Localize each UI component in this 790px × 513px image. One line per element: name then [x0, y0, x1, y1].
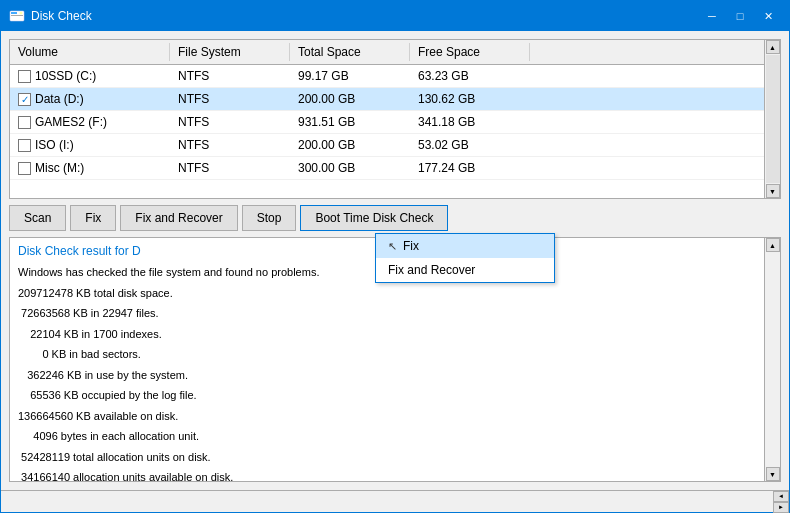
svg-rect-1: [11, 12, 17, 14]
header-total: Total Space: [290, 43, 410, 61]
cell-free-2: 341.18 GB: [410, 113, 530, 131]
result-content: Windows has checked the file system and …: [10, 260, 764, 481]
hscroll-right[interactable]: ►: [773, 502, 789, 513]
cell-volume-4: Misc (M:): [10, 159, 170, 177]
cell-volume-2: GAMES2 (F:): [10, 113, 170, 131]
window-controls: ─ □ ✕: [699, 6, 781, 26]
fix-button[interactable]: Fix: [70, 205, 116, 231]
cell-total-2: 931.51 GB: [290, 113, 410, 131]
cell-volume-0: 10SSD (C:): [10, 67, 170, 85]
svg-rect-2: [11, 15, 23, 16]
app-icon: [9, 8, 25, 24]
table-row[interactable]: ISO (I:) NTFS 200.00 GB 53.02 GB: [10, 134, 764, 157]
status-bar: ◄ ►: [1, 490, 789, 512]
checkbox-1[interactable]: [18, 93, 31, 106]
result-line-2: 72663568 KB in 22947 files.: [18, 305, 756, 322]
result-line-10: 52428119 total allocation units on disk.: [18, 449, 756, 466]
result-scroll-down[interactable]: ▼: [766, 467, 780, 481]
header-extra: [530, 43, 748, 61]
header-filesystem: File System: [170, 43, 290, 61]
boot-check-button[interactable]: Boot Time Disk Check: [300, 205, 448, 231]
result-line-1: 209712478 KB total disk space.: [18, 285, 756, 302]
cursor-icon: ↖: [388, 240, 397, 253]
table-row[interactable]: Misc (M:) NTFS 300.00 GB 177.24 GB: [10, 157, 764, 180]
dropdown-menu: ↖ Fix Fix and Recover: [375, 233, 555, 283]
cell-total-4: 300.00 GB: [290, 159, 410, 177]
cell-fs-3: NTFS: [170, 136, 290, 154]
table-scrollbar[interactable]: ▲ ▼: [764, 40, 780, 198]
window-content: Volume File System Total Space Free Spac…: [1, 31, 789, 490]
result-scroll-track: [766, 253, 780, 466]
result-line-11: 34166140 allocation units available on d…: [18, 469, 756, 481]
cell-fs-2: NTFS: [170, 113, 290, 131]
scroll-thumb[interactable]: [766, 55, 780, 183]
result-line-9: 4096 bytes in each allocation unit.: [18, 428, 756, 445]
checkbox-2[interactable]: [18, 116, 31, 129]
bottom-scrollbar[interactable]: ◄ ►: [773, 491, 789, 513]
result-line-7: 136664560 KB available on disk.: [18, 408, 756, 425]
cell-free-0: 63.23 GB: [410, 67, 530, 85]
result-line-3: 22104 KB in 1700 indexes.: [18, 326, 756, 343]
table-row[interactable]: Data (D:) NTFS 200.00 GB 130.62 GB: [10, 88, 764, 111]
header-volume: Volume: [10, 43, 170, 61]
result-scroll-up[interactable]: ▲: [766, 238, 780, 252]
dropdown-item-fix-recover[interactable]: Fix and Recover: [376, 258, 554, 282]
stop-button[interactable]: Stop: [242, 205, 297, 231]
cell-total-1: 200.00 GB: [290, 90, 410, 108]
table-header: Volume File System Total Space Free Spac…: [10, 40, 764, 65]
cell-total-0: 99.17 GB: [290, 67, 410, 85]
header-free: Free Space: [410, 43, 530, 61]
result-line-5: 362246 KB in use by the system.: [18, 367, 756, 384]
table-body: 10SSD (C:) NTFS 99.17 GB 63.23 GB Data (…: [10, 65, 764, 198]
volume-table: Volume File System Total Space Free Spac…: [9, 39, 781, 199]
cell-free-1: 130.62 GB: [410, 90, 530, 108]
cell-volume-1: Data (D:): [10, 90, 170, 108]
table-row[interactable]: 10SSD (C:) NTFS 99.17 GB 63.23 GB: [10, 65, 764, 88]
table-row[interactable]: GAMES2 (F:) NTFS 931.51 GB 341.18 GB: [10, 111, 764, 134]
fix-recover-button[interactable]: Fix and Recover: [120, 205, 237, 231]
scroll-up-arrow[interactable]: ▲: [766, 40, 780, 54]
cell-free-4: 177.24 GB: [410, 159, 530, 177]
hscroll-left[interactable]: ◄: [773, 491, 789, 502]
cell-fs-1: NTFS: [170, 90, 290, 108]
svg-point-3: [20, 12, 23, 15]
close-button[interactable]: ✕: [755, 6, 781, 26]
scan-button[interactable]: Scan: [9, 205, 66, 231]
minimize-button[interactable]: ─: [699, 6, 725, 26]
checkbox-3[interactable]: [18, 139, 31, 152]
checkbox-4[interactable]: [18, 162, 31, 175]
checkbox-0[interactable]: [18, 70, 31, 83]
toolbar: Scan Fix Fix and Recover Stop Boot Time …: [9, 205, 781, 231]
result-line-4: 0 KB in bad sectors.: [18, 346, 756, 363]
maximize-button[interactable]: □: [727, 6, 753, 26]
result-scrollbar[interactable]: ▲ ▼: [764, 238, 780, 481]
window-title: Disk Check: [31, 9, 699, 23]
result-line-6: 65536 KB occupied by the log file.: [18, 387, 756, 404]
scroll-down-arrow[interactable]: ▼: [766, 184, 780, 198]
cell-fs-4: NTFS: [170, 159, 290, 177]
cell-total-3: 200.00 GB: [290, 136, 410, 154]
cell-volume-3: ISO (I:): [10, 136, 170, 154]
title-bar: Disk Check ─ □ ✕: [1, 1, 789, 31]
main-window: Disk Check ─ □ ✕ Volume File System Tota…: [0, 0, 790, 513]
dropdown-item-fix[interactable]: ↖ Fix: [376, 234, 554, 258]
cell-fs-0: NTFS: [170, 67, 290, 85]
cell-free-3: 53.02 GB: [410, 136, 530, 154]
